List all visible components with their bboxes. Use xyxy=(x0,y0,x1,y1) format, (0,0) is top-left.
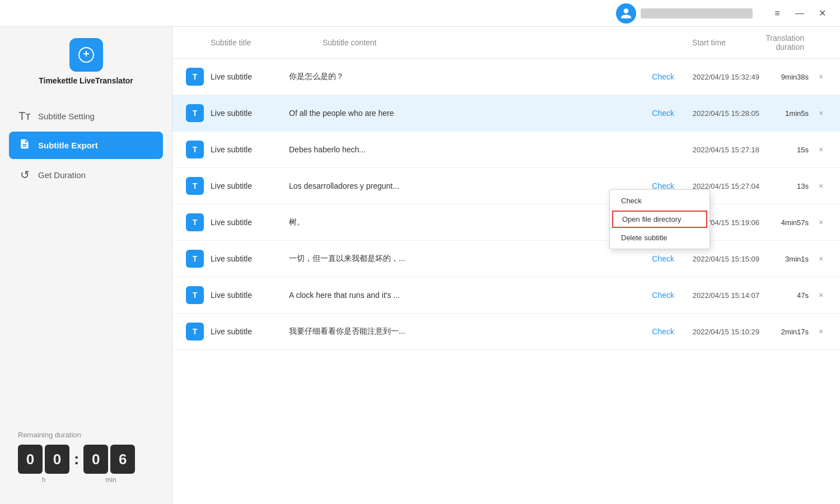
row-check-link[interactable]: Check xyxy=(652,327,674,336)
row-check-link[interactable]: Check xyxy=(652,72,674,81)
row-start-time: 2022/04/15 15:15:09 xyxy=(681,255,771,263)
remaining-label: Remaining duration xyxy=(18,431,154,439)
row-content: Of all the people who are here xyxy=(289,109,652,118)
main-layout: Timekettle LiveTranslator Tт Subtitle Se… xyxy=(0,27,840,504)
row-duration: 15s xyxy=(771,146,815,154)
row-start-time: 2022/04/15 15:27:18 xyxy=(681,146,771,154)
row-close-btn[interactable]: × xyxy=(815,181,827,190)
row-close-btn[interactable]: × xyxy=(815,145,827,154)
timer-minutes: 0 6 xyxy=(83,445,135,474)
context-menu-check[interactable]: Check xyxy=(610,192,710,209)
table-row: T Live subtitle 一切，但一直以来我都是坏的，... Check … xyxy=(172,241,840,277)
table-row: T Live subtitle Debes haberlo hech... 20… xyxy=(172,132,840,168)
row-content: 你是怎么是的？ xyxy=(289,72,652,82)
row-subtitle-title: Live subtitle xyxy=(211,218,289,227)
sidebar: Timekettle LiveTranslator Tт Subtitle Se… xyxy=(0,27,172,504)
row-duration: 2min17s xyxy=(771,328,815,336)
table-row: T Live subtitle A clock here that runs a… xyxy=(172,277,840,314)
row-close-btn[interactable]: × xyxy=(815,109,827,118)
row-content: A clock here that runs and it's ... xyxy=(289,291,652,300)
table-row: T Live subtitle 树。 Check 2022/04/15 15:1… xyxy=(172,204,840,241)
sidebar-item-label-subtitle-setting: Subtitle Setting xyxy=(38,111,95,121)
sidebar-item-get-duration[interactable]: ↺ Get Duration xyxy=(9,161,163,188)
row-start-time: 2022/04/19 15:32:49 xyxy=(681,73,771,81)
row-content: 一切，但一直以来我都是坏的，... xyxy=(289,254,652,264)
close-button[interactable]: ✕ xyxy=(813,4,831,22)
sidebar-item-label-subtitle-export: Subtitle Export xyxy=(38,141,98,150)
row-icon: T xyxy=(186,177,204,195)
row-icon: T xyxy=(186,323,204,340)
table-body: T Live subtitle 你是怎么是的？ Check 2022/04/19… xyxy=(172,59,840,504)
row-check-link[interactable]: Check xyxy=(652,291,674,300)
row-start-time: 2022/04/15 15:28:05 xyxy=(681,109,771,118)
avatar xyxy=(616,3,636,24)
row-close-btn[interactable]: × xyxy=(815,218,827,227)
content-area: Subtitle title Subtitle content Start ti… xyxy=(172,27,840,504)
subtitle-export-icon xyxy=(18,138,31,152)
row-close-btn[interactable]: × xyxy=(815,254,827,263)
row-content: 我要仔细看看你是否能注意到一... xyxy=(289,326,652,337)
col-header-content: Subtitle content xyxy=(323,38,625,47)
row-duration: 3min1s xyxy=(771,255,815,263)
row-close-btn[interactable]: × xyxy=(815,327,827,336)
table-row: T Live subtitle 我要仔细看看你是否能注意到一... Check … xyxy=(172,314,840,350)
row-close-btn[interactable]: × xyxy=(815,291,827,300)
table-row: T Live subtitle 你是怎么是的？ Check 2022/04/19… xyxy=(172,59,840,95)
row-icon: T xyxy=(186,213,204,231)
row-subtitle-title: Live subtitle xyxy=(211,291,289,300)
col-header-start: Start time xyxy=(625,38,737,47)
row-duration: 47s xyxy=(771,291,815,300)
row-duration: 13s xyxy=(771,182,815,190)
timer-m2: 6 xyxy=(110,445,135,474)
remaining-section: Remaining duration 0 0 : 0 6 h min xyxy=(9,422,163,493)
title-bar: ≡ — ✕ xyxy=(0,0,840,27)
row-subtitle-title: Live subtitle xyxy=(211,327,289,336)
row-subtitle-title: Live subtitle xyxy=(211,181,289,190)
table-row: T Live subtitle Los desarrolladores y pr… xyxy=(172,168,840,204)
table-row: T Live subtitle Of all the people who ar… xyxy=(172,95,840,132)
row-icon: T xyxy=(186,104,204,122)
row-content: Los desarrolladores y pregunt... xyxy=(289,181,652,190)
row-check-link[interactable]: Check xyxy=(652,254,674,263)
row-duration: 1min5s xyxy=(771,109,815,118)
row-start-time: 2022/04/15 15:10:29 xyxy=(681,328,771,336)
row-icon: T xyxy=(186,250,204,268)
app-title: Timekettle LiveTranslator xyxy=(39,76,133,85)
subtitle-setting-icon: Tт xyxy=(18,110,31,123)
row-icon: T xyxy=(186,141,204,158)
timer-hours: 0 0 xyxy=(18,445,69,474)
sidebar-item-subtitle-setting[interactable]: Tт Subtitle Setting xyxy=(9,103,163,129)
timer-m1: 0 xyxy=(83,445,108,474)
row-subtitle-title: Live subtitle xyxy=(211,145,289,154)
row-content: 树。 xyxy=(289,217,652,227)
timer-h2: 0 xyxy=(45,445,69,474)
row-duration: 9min38s xyxy=(771,73,815,81)
row-close-btn[interactable]: × xyxy=(815,72,827,81)
timer-display: 0 0 : 0 6 xyxy=(18,445,154,474)
row-icon: T xyxy=(186,286,204,304)
row-check-link[interactable]: Check xyxy=(652,109,674,118)
row-icon: T xyxy=(186,68,204,86)
timer-colon: : xyxy=(73,450,80,468)
row-content: Debes haberlo hech... xyxy=(289,145,674,154)
minimize-button[interactable]: — xyxy=(791,4,809,22)
get-duration-icon: ↺ xyxy=(18,168,31,181)
sidebar-item-label-get-duration: Get Duration xyxy=(38,170,86,180)
timer-labels: h min xyxy=(18,476,154,484)
row-start-time: 2022/04/15 15:14:07 xyxy=(681,291,771,300)
context-menu-open-file-directory[interactable]: Open file directory xyxy=(612,211,707,228)
table-header: Subtitle title Subtitle content Start ti… xyxy=(172,27,840,59)
row-subtitle-title: Live subtitle xyxy=(211,254,289,263)
app-logo: Timekettle LiveTranslator xyxy=(9,38,163,85)
timer-label-h: h xyxy=(18,476,69,484)
context-menu-delete-subtitle[interactable]: Delete subtitle xyxy=(610,229,710,246)
username-bar xyxy=(641,8,753,18)
context-menu: Check Open file directory Delete subtitl… xyxy=(609,189,710,249)
logo-icon xyxy=(69,38,103,72)
row-subtitle-title: Live subtitle xyxy=(211,109,289,118)
timer-h1: 0 xyxy=(18,445,43,474)
timer-label-min: min xyxy=(85,476,137,484)
menu-button[interactable]: ≡ xyxy=(768,4,786,22)
sidebar-item-subtitle-export[interactable]: Subtitle Export xyxy=(9,132,163,159)
col-header-title: Subtitle title xyxy=(211,38,323,47)
